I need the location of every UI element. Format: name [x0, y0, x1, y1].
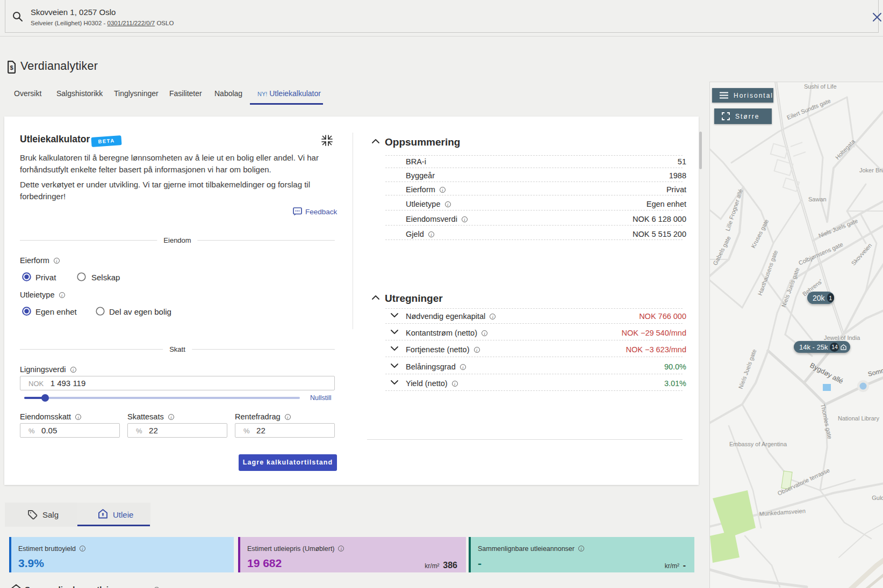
svg-text:Sawan: Sawan	[808, 196, 827, 202]
svg-text:Jewel of India: Jewel of India	[824, 335, 860, 341]
svg-text:Joker Bris: Joker Bris	[859, 167, 883, 173]
svg-text:National Library: National Library	[838, 415, 880, 422]
svg-text:Sushi of Life: Sushi of Life	[804, 83, 837, 90]
svg-text:Embassy of Argentina: Embassy of Argentina	[729, 441, 787, 447]
svg-text:Gulds: Gulds	[872, 495, 883, 501]
svg-text:$: $	[10, 64, 13, 71]
